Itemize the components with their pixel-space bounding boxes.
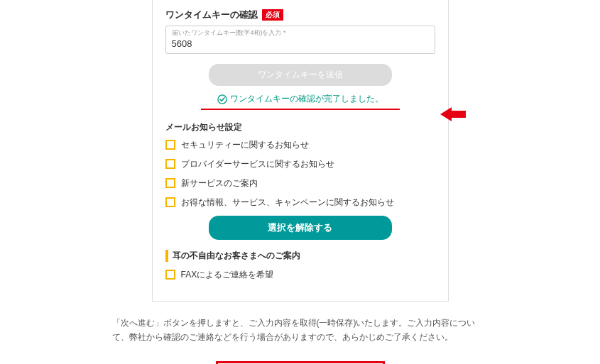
- send-otk-button[interactable]: ワンタイムキーを送信: [209, 64, 392, 86]
- mail-section-title: メールお知らせ設定: [165, 121, 435, 133]
- otk-title: ワンタイムキーの確認: [165, 9, 258, 21]
- mail-option-label: プロバイダーサービスに関するお知らせ: [181, 158, 334, 170]
- mail-option-label: お得な情報、サービス、キャンペーンに関するお知らせ: [181, 197, 394, 209]
- otk-input[interactable]: [172, 38, 429, 49]
- check-circle-icon: [217, 94, 227, 104]
- otk-confirm-text: ワンタイムキーの確認が完了しました。: [230, 93, 383, 105]
- mail-option-row[interactable]: プロバイダーサービスに関するお知らせ: [165, 158, 435, 170]
- accessibility-option-row[interactable]: FAXによるご連絡を希望: [165, 269, 435, 281]
- mail-option-row[interactable]: セキュリティーに関するお知らせ: [165, 139, 435, 151]
- svg-marker-1: [440, 107, 466, 121]
- checkbox-icon[interactable]: [165, 178, 175, 188]
- mail-option-row[interactable]: お得な情報、サービス、キャンペーンに関するお知らせ: [165, 197, 435, 209]
- checkbox-icon[interactable]: [165, 197, 175, 207]
- required-badge: 必須: [262, 9, 283, 21]
- otk-confirm-message: ワンタイムキーの確認が完了しました。: [217, 93, 383, 105]
- mail-option-row[interactable]: 新サービスのご案内: [165, 177, 435, 189]
- checkbox-icon[interactable]: [165, 159, 175, 169]
- accessibility-option-label: FAXによるご連絡を希望: [181, 269, 274, 281]
- checkbox-icon[interactable]: [165, 140, 175, 150]
- deselect-button[interactable]: 選択を解除する: [209, 216, 392, 240]
- confirm-underline-annotation: [201, 109, 400, 110]
- accessibility-header: 耳の不自由なお客さまへのご案内: [165, 250, 435, 262]
- next-button-highlight: 次へ進む ▼: [216, 361, 385, 364]
- info-text: 「次へ進む」ボタンを押しますと、ご入力内容を取得(一時保存)いたします。ご入力内…: [112, 316, 489, 345]
- checkbox-icon[interactable]: [165, 270, 175, 280]
- accessibility-title: 耳の不自由なお客さまへのご案内: [173, 250, 300, 260]
- annotation-arrow-icon: [440, 105, 466, 123]
- otk-input-wrap[interactable]: 届いたワンタイムキー(数字4桁)を入力 *: [165, 26, 435, 54]
- mail-option-label: 新サービスのご案内: [181, 177, 258, 189]
- otk-floating-label: 届いたワンタイムキー(数字4桁)を入力 *: [172, 28, 429, 38]
- svg-point-0: [217, 94, 226, 103]
- form-panel: ワンタイムキーの確認 必須 届いたワンタイムキー(数字4桁)を入力 * ワンタイ…: [152, 0, 449, 302]
- mail-option-label: セキュリティーに関するお知らせ: [181, 139, 309, 151]
- otk-confirm-wrap: ワンタイムキーの確認が完了しました。: [165, 93, 435, 110]
- otk-header: ワンタイムキーの確認 必須: [165, 9, 435, 21]
